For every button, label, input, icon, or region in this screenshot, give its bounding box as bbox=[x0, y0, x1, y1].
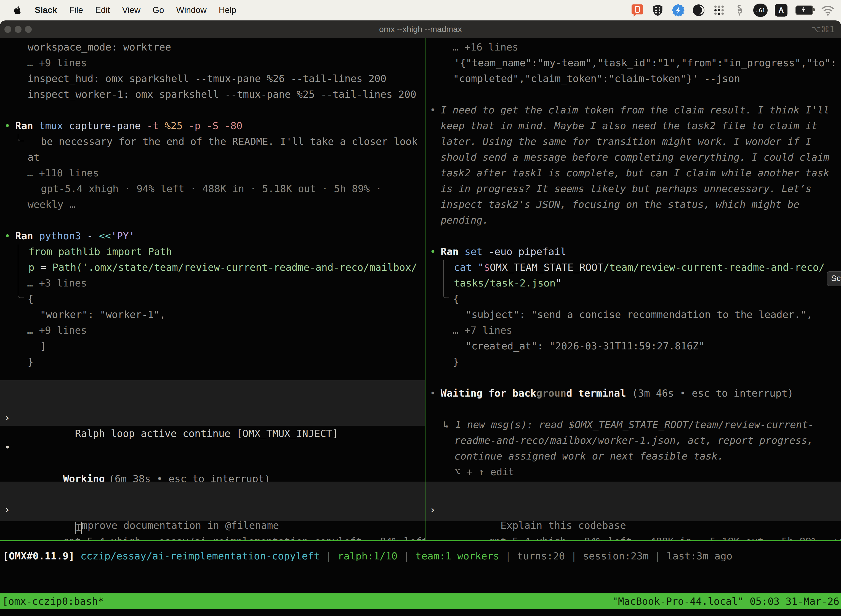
moon-icon[interactable] bbox=[692, 4, 705, 17]
output-line: workspace_mode: worktree bbox=[0, 39, 425, 55]
output-line: { bbox=[425, 291, 841, 307]
working-status-line: • Working(6m 38s • esc to interrupt) bbox=[0, 439, 425, 455]
bullet-icon: • bbox=[4, 118, 10, 133]
text-run: -p -S -80 bbox=[189, 120, 243, 131]
text-run: /team/review-current-readme-and-reco/ bbox=[604, 262, 825, 273]
bullet-icon: • bbox=[430, 102, 436, 118]
screen-tooltip: Scre bbox=[827, 271, 841, 286]
menu-item-edit[interactable]: Edit bbox=[95, 5, 110, 15]
apple-icon bbox=[13, 5, 23, 15]
omx-hud-status: [OMX#0.11.9] cczip/essay/ai-reimplementa… bbox=[0, 548, 841, 564]
thinking-line: task2 after task1 is complete, but can I… bbox=[425, 165, 841, 181]
terminal-viewport[interactable]: workspace_mode: worktree… +9 linesinspec… bbox=[0, 38, 841, 616]
text-run: weekly … bbox=[28, 199, 75, 210]
output-line: { bbox=[0, 291, 425, 307]
mailbox-hint-line: continue assigned work or next feasible … bbox=[425, 448, 841, 464]
prompt-input-left[interactable]: › Improve documentation in @filename bbox=[0, 482, 425, 521]
prompt-input-right[interactable]: › Explain this codebase bbox=[425, 482, 841, 521]
text-run: = bbox=[40, 262, 52, 273]
tmux-window-name[interactable]: [omx-cczip0:bash* bbox=[0, 593, 104, 609]
battery-icon[interactable] bbox=[795, 4, 814, 17]
output-line: weekly … bbox=[0, 197, 425, 212]
text-run: 'PY' bbox=[111, 230, 135, 242]
output-line: "worker": "worker-1", bbox=[0, 307, 425, 322]
collapsed-lines-indicator: … +9 lines bbox=[0, 55, 425, 70]
text-run: -euo pipefail bbox=[488, 246, 566, 257]
text-run: p bbox=[28, 262, 40, 273]
tmux-pane-right[interactable]: … +16 lines'{"team_name":"my-team","task… bbox=[425, 38, 841, 540]
text-run: | bbox=[398, 550, 416, 562]
menubar-app-name[interactable]: Slack bbox=[35, 5, 57, 15]
tmux-status-bar: [omx-cczip0:bash* "MacBook-Pro-44.local"… bbox=[0, 593, 841, 609]
menu-item-file[interactable]: File bbox=[69, 5, 83, 15]
text-run: cat bbox=[454, 262, 478, 273]
ralph-loop-banner: › Ralph loop active continue [OMX_TMUX_I… bbox=[0, 380, 425, 426]
input-source-icon[interactable]: A bbox=[775, 4, 787, 16]
output-line: '{"team_name":"my-team","task_id":"1","f… bbox=[425, 55, 841, 70]
text-run: I need to get the claim token from the c… bbox=[441, 104, 829, 116]
window-titlebar[interactable]: omx --xhigh --madmax ⌥⌘1 bbox=[0, 21, 841, 38]
text-run: inspect_worker-1: omx sparkshell --tmux-… bbox=[28, 89, 416, 100]
text-run: ] bbox=[40, 340, 46, 352]
tmux-pane-left[interactable]: workspace_mode: worktree… +9 linesinspec… bbox=[0, 38, 425, 540]
bullet-icon: • bbox=[4, 228, 10, 244]
text-run: ralph:1/10 bbox=[338, 550, 398, 562]
blank-line bbox=[0, 212, 425, 228]
blank-line bbox=[425, 401, 841, 417]
text-run: " bbox=[555, 277, 561, 289]
verified-badge-icon[interactable] bbox=[672, 4, 685, 17]
indent-guide bbox=[18, 245, 24, 298]
text-run: inspect_hud: omx sparkshell --tmux-pane … bbox=[28, 73, 386, 84]
prompt-chevron-icon: › bbox=[4, 502, 10, 518]
text-run: (3m 46s • esc to interrupt) bbox=[626, 387, 794, 399]
text-run: is in progress? It seems likely but perh… bbox=[441, 183, 812, 194]
text-run: gpt-5.4 xhigh · 94% left · 488K in · 5.1… bbox=[41, 183, 382, 194]
menu-item-help[interactable]: Help bbox=[219, 5, 236, 15]
mailbox-hint-line: readme-and-reco/mailbox/worker-1.json, a… bbox=[425, 433, 841, 448]
prompt-chevron-icon: › bbox=[429, 502, 436, 518]
text-run: … +3 lines bbox=[27, 277, 87, 289]
apple-menu[interactable] bbox=[13, 4, 23, 16]
chat-icon[interactable] bbox=[631, 4, 644, 17]
text-run: %25 bbox=[165, 120, 189, 131]
text-run: { bbox=[28, 293, 34, 304]
text-run: $ bbox=[484, 262, 490, 273]
wifi-icon[interactable] bbox=[821, 4, 834, 17]
code-line: cat "$OMX_TEAM_STATE_ROOT/team/review-cu… bbox=[425, 260, 841, 275]
text-run: ⌥ + ↑ edit bbox=[454, 466, 514, 477]
output-line: be necessary for the end of the README. … bbox=[0, 133, 425, 149]
menu-item-go[interactable]: Go bbox=[152, 5, 164, 15]
output-line: ] bbox=[0, 338, 425, 354]
output-line: "subject": "send a concise recommendatio… bbox=[425, 307, 841, 322]
count-badge-icon[interactable]: ..61 bbox=[753, 4, 768, 17]
passcode-grid-icon[interactable] bbox=[651, 4, 664, 17]
text-run: session:23m bbox=[583, 550, 648, 562]
thinking-line: inspect task2's JSON, focusing on the st… bbox=[425, 197, 841, 212]
text-run: ↳ bbox=[443, 419, 455, 430]
code-line: tasks/task-2.json" bbox=[425, 275, 841, 291]
collapsed-lines-indicator: … +9 lines bbox=[0, 322, 425, 338]
text-run: | bbox=[499, 550, 517, 562]
dots-grid-icon[interactable] bbox=[712, 4, 726, 17]
text-run: groun bbox=[536, 387, 566, 399]
blank-line bbox=[425, 87, 841, 102]
output-line: "created_at": "2026-03-31T11:59:27.816Z" bbox=[425, 338, 841, 354]
scribble-icon[interactable] bbox=[733, 4, 746, 17]
text-run: workspace_mode: worktree bbox=[28, 41, 171, 53]
menu-item-window[interactable]: Window bbox=[176, 5, 207, 15]
output-line: } bbox=[425, 354, 841, 370]
edit-hint-line: ⌥ + ↑ edit bbox=[425, 464, 841, 480]
blank-line bbox=[425, 370, 841, 385]
menu-item-view[interactable]: View bbox=[122, 5, 141, 15]
blank-line bbox=[0, 102, 425, 118]
text-run: '{"team_name":"my-team","task_id":"1","f… bbox=[454, 57, 837, 69]
text-run: | bbox=[649, 550, 667, 562]
menubar-items: FileEditViewGoWindowHelp bbox=[69, 5, 236, 15]
output-line: gpt-5.4 xhigh · 94% left · 488K in · 5.1… bbox=[0, 181, 425, 197]
output-line: inspect_hud: omx sparkshell --tmux-pane … bbox=[0, 70, 425, 87]
collapsed-lines-indicator: … +110 lines bbox=[0, 165, 425, 181]
text-run: << bbox=[99, 230, 111, 242]
text-run: last:3m ago bbox=[667, 550, 732, 562]
text-run: later. Using the same for transition mig… bbox=[441, 136, 812, 147]
text-run: … +110 lines bbox=[27, 167, 99, 179]
